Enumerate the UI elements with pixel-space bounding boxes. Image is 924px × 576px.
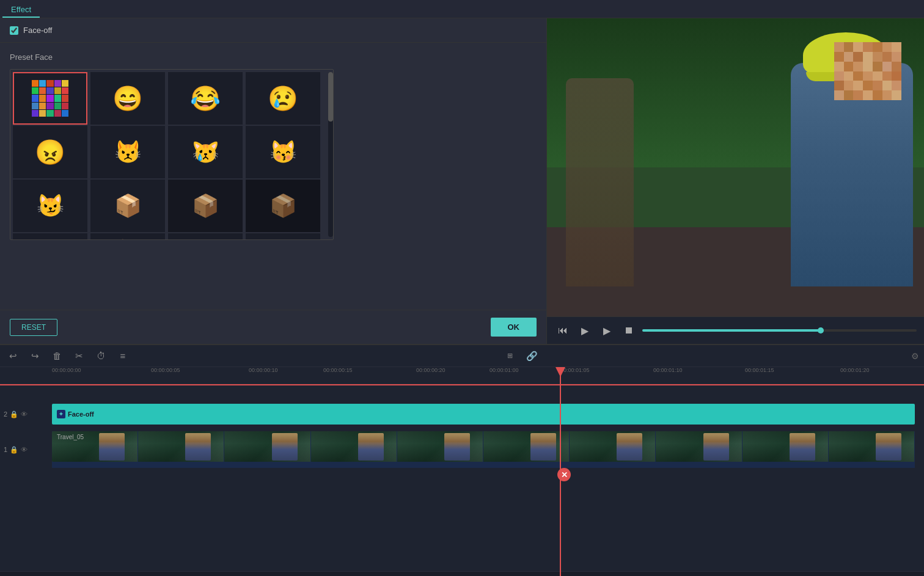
faceoff-bar[interactable]: ✦ Face-off xyxy=(52,404,915,425)
track-2-label: 2 🔒 👁 xyxy=(0,404,52,425)
ruler-mark: 00:00:00:05 xyxy=(151,367,180,373)
preset-item[interactable]: 😢 xyxy=(246,72,320,125)
timer-button[interactable]: ⏱ xyxy=(93,348,109,364)
video-strip[interactable]: Travel_05 xyxy=(52,431,915,462)
progress-fill xyxy=(642,329,821,332)
track-1-eye-icon[interactable]: 👁 xyxy=(21,446,28,453)
faceoff-bar-icon: ✦ xyxy=(57,410,65,418)
video-frame xyxy=(570,431,656,462)
add-track-icon: ⊞ xyxy=(507,352,513,360)
preset-title: Preset Face xyxy=(10,53,537,62)
settings-icon: ≡ xyxy=(120,351,126,361)
timeline-area: ↩ ↪ 🗑 ✂ ⏱ ≡ ⊞ 🔗 ⚙ xyxy=(0,344,924,576)
video-frame xyxy=(656,431,742,462)
redo-icon: ↪ xyxy=(31,351,39,362)
delete-button[interactable]: 🗑 xyxy=(49,348,65,364)
ruler-mark: 00:00:00:00 xyxy=(52,367,81,373)
settings-button[interactable]: ≡ xyxy=(115,348,131,364)
play-alt-button[interactable]: ▶ xyxy=(598,322,615,339)
faceoff-icon-symbol: ✦ xyxy=(59,411,64,417)
video-frame xyxy=(743,431,829,462)
preset-item[interactable]: 😄 xyxy=(90,72,165,125)
timeline-toolbar: ↩ ↪ 🗑 ✂ ⏱ ≡ ⊞ 🔗 ⚙ xyxy=(0,345,924,367)
video-track: Travel_05 xyxy=(52,431,915,468)
preset-grid: 😄 😂 😢 😠 😾 😿 😽 😼 📦 📦 📦 xyxy=(10,70,333,239)
video-frame xyxy=(138,431,224,462)
preset-item[interactable]: 🦊 xyxy=(168,233,243,239)
video-strip-label: Travel_05 xyxy=(57,434,84,440)
face-off-checkbox[interactable] xyxy=(10,26,18,35)
preset-item[interactable]: 📦 xyxy=(168,180,243,232)
timeline-ruler: 00:00:00:00 00:00:00:05 00:00:00:10 00:0… xyxy=(0,367,924,384)
link-button[interactable]: 🔗 xyxy=(524,348,540,364)
ruler-mark: 00:00:01:00 xyxy=(490,367,519,373)
ruler-mark: 00:00:00:10 xyxy=(249,367,278,373)
preset-grid-container: 😄 😂 😢 😠 😾 😿 😽 😼 📦 📦 📦 xyxy=(10,69,334,240)
face-off-label: Face-off xyxy=(23,26,52,35)
play-button[interactable]: ▶ xyxy=(576,322,593,339)
preset-item[interactable]: 😠 xyxy=(13,126,87,178)
zoom-button[interactable]: ⚙ xyxy=(911,351,919,361)
ruler-mark: 00:00:00:15 xyxy=(323,367,353,373)
bottom-buttons: RESET OK xyxy=(0,310,546,344)
preset-section: Preset Face xyxy=(0,43,546,310)
grid-scrollbar[interactable] xyxy=(328,72,333,237)
track-1-controls: 🔒 👁 xyxy=(10,446,28,454)
tab-bar: Effect xyxy=(0,0,924,18)
cut-icon: ✂ xyxy=(75,351,83,362)
preset-item[interactable]: 😾 xyxy=(90,126,165,178)
track-2-eye-icon[interactable]: 👁 xyxy=(21,410,28,418)
track-1-number: 1 xyxy=(4,446,7,453)
preset-item[interactable] xyxy=(13,72,87,125)
track-1-label: 1 🔒 👁 xyxy=(0,431,52,468)
reset-button[interactable]: RESET xyxy=(10,319,57,336)
stop-icon: ⏹ xyxy=(624,325,634,336)
video-preview xyxy=(547,18,924,316)
progress-bar[interactable] xyxy=(642,329,917,332)
video-frame xyxy=(311,431,397,462)
undo-button[interactable]: ↩ xyxy=(5,348,21,364)
preset-item[interactable]: 😽 xyxy=(246,126,320,178)
effect-panel: Face-off Preset Face xyxy=(0,18,547,344)
background-person xyxy=(566,78,634,287)
preset-item[interactable]: 🦅 xyxy=(90,233,165,239)
scene-background xyxy=(547,18,924,316)
timeline-scrollbar[interactable] xyxy=(0,571,924,576)
link-icon: 🔗 xyxy=(526,351,538,362)
preset-item[interactable]: 😂 xyxy=(168,72,243,125)
video-frames xyxy=(52,431,915,462)
play-icon: ▶ xyxy=(581,325,588,337)
stop-button[interactable]: ⏹ xyxy=(620,322,637,339)
track-2-controls: 🔒 👁 xyxy=(10,410,28,418)
preset-item[interactable]: 📦 xyxy=(246,180,320,232)
video-frame xyxy=(397,431,483,462)
timeline-tracks: 2 🔒 👁 1 🔒 👁 xyxy=(0,385,924,571)
preset-item[interactable]: 😼 xyxy=(13,180,87,232)
preset-item[interactable]: 🐱 xyxy=(246,233,320,239)
track-2-lock-icon[interactable]: 🔒 xyxy=(10,410,18,418)
video-frame xyxy=(829,431,915,462)
ok-button[interactable]: OK xyxy=(491,318,537,337)
progress-thumb xyxy=(818,327,824,334)
faceoff-track: ✦ Face-off xyxy=(52,404,915,425)
cut-button[interactable]: ✂ xyxy=(71,348,87,364)
play-alt-icon: ▶ xyxy=(603,325,610,337)
ruler-mark: 00:00:01:10 xyxy=(653,367,683,373)
track-1-lock-icon[interactable]: 🔒 xyxy=(10,446,18,454)
skip-back-button[interactable]: ⏮ xyxy=(554,322,571,339)
track-2-number: 2 xyxy=(4,410,7,418)
track-labels: 2 🔒 👁 1 🔒 👁 xyxy=(0,385,52,571)
preset-item[interactable]: 🐻 xyxy=(13,233,87,239)
video-track-bottom xyxy=(52,462,915,468)
mosaic-grid xyxy=(32,80,68,117)
tab-effect[interactable]: Effect xyxy=(2,2,40,18)
undo-icon: ↩ xyxy=(9,351,17,362)
zoom-icon: ⚙ xyxy=(911,351,919,361)
ruler-mark: 00:00:01:20 xyxy=(840,367,870,373)
redo-button[interactable]: ↪ xyxy=(27,348,43,364)
preset-item[interactable]: 😿 xyxy=(168,126,243,178)
video-frame xyxy=(483,431,570,462)
preset-item[interactable]: 📦 xyxy=(90,180,165,232)
add-track-button[interactable]: ⊞ xyxy=(502,348,518,364)
playhead-x-marker[interactable]: ✕ xyxy=(557,468,571,481)
